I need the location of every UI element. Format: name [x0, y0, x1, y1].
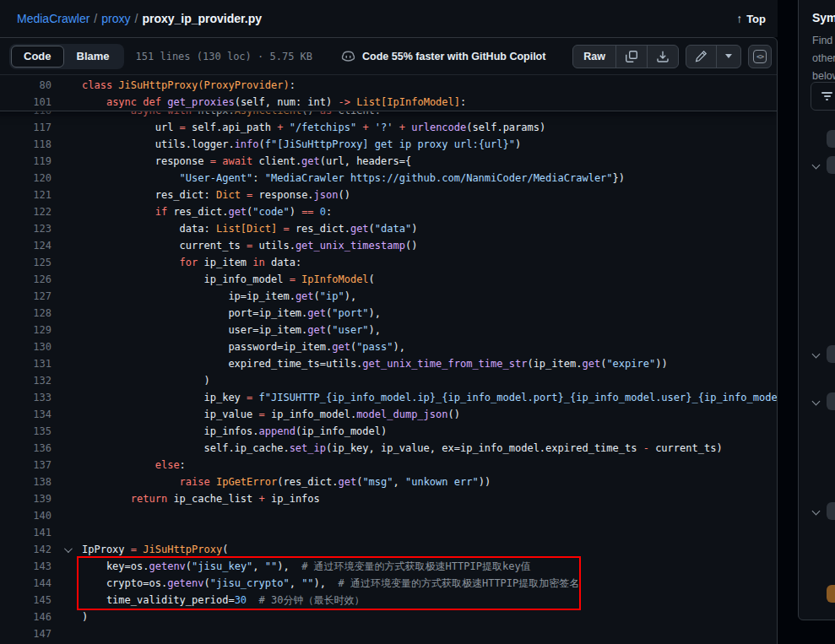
line-number[interactable]: 135: [0, 423, 52, 440]
fold-gutter: [52, 322, 82, 338]
code-line: 138 raise IpGetError(res_dict.get("msg",…: [0, 474, 777, 490]
chevron-down-icon[interactable]: [812, 398, 821, 406]
breadcrumb: MediaCrawler/proxy/proxy_ip_provider.py: [17, 12, 262, 25]
line-number[interactable]: 123: [0, 220, 52, 237]
symbol-pill[interactable]: [827, 130, 835, 148]
code-line: 144 crypto=os.getenv("jisu_crypto", ""),…: [0, 575, 777, 592]
line-number[interactable]: 141: [0, 524, 52, 541]
symbols-panel: Sym Find other below: [798, 0, 835, 620]
line-number[interactable]: 137: [0, 457, 52, 474]
line-number[interactable]: 118: [0, 136, 52, 153]
symbol-item: [799, 502, 835, 521]
raw-button[interactable]: Raw: [573, 46, 615, 68]
chevron-down-icon[interactable]: [812, 350, 821, 359]
code-text: self.ip_cache.set_ip(ip_key, ip_value, e…: [82, 440, 777, 457]
back-to-top-button[interactable]: ↑ Top: [736, 12, 766, 25]
edit-button[interactable]: [686, 46, 716, 68]
code-line: 147: [0, 625, 777, 642]
file-meta: 151 lines (130 loc) · 5.75 KB: [136, 51, 313, 62]
code-text: data: List[Dict] = res_dict.get("data"): [82, 220, 777, 237]
line-number[interactable]: 127: [0, 288, 52, 305]
breadcrumb-folder-link[interactable]: proxy: [101, 12, 130, 25]
fold-gutter: [52, 490, 82, 507]
code-text: IpProxy = JiSuHttpProxy(: [82, 541, 777, 558]
code-text: ip_infos.append(ip_info_model): [82, 423, 777, 440]
line-number[interactable]: 142: [0, 541, 52, 558]
download-icon: [656, 50, 670, 63]
line-number[interactable]: 125: [0, 254, 52, 271]
line-number[interactable]: 122: [0, 203, 52, 220]
line-number[interactable]: 128: [0, 305, 52, 322]
symbol-pill-accent[interactable]: [827, 585, 835, 603]
line-number[interactable]: 136: [0, 440, 52, 457]
line-number[interactable]: 124: [0, 237, 52, 254]
sticky-context-lines: 80class JiSuHttpProxy(ProxyProvider):101…: [0, 75, 777, 111]
tab-code[interactable]: Code: [11, 46, 64, 68]
line-number[interactable]: 140: [0, 507, 52, 524]
code-text: utils.logger.info(f"[JiSuHttpProxy] get …: [82, 136, 777, 153]
code-line: 120 "User-Agent": "MediaCrawler https://…: [0, 170, 777, 187]
code-text: else:: [82, 457, 777, 474]
line-number[interactable]: 121: [0, 187, 52, 203]
line-number[interactable]: 143: [0, 558, 52, 575]
line-number[interactable]: 145: [0, 592, 52, 609]
symbol-item: [799, 345, 835, 364]
line-number[interactable]: 101: [0, 94, 52, 111]
line-number[interactable]: 134: [0, 406, 52, 423]
symbol-item: [799, 392, 835, 411]
line-number[interactable]: 126: [0, 271, 52, 288]
filter-button[interactable]: [811, 82, 835, 111]
line-number[interactable]: 132: [0, 372, 52, 389]
code-line: 136 self.ip_cache.set_ip(ip_key, ip_valu…: [0, 440, 777, 457]
tab-blame[interactable]: Blame: [64, 46, 122, 68]
symbol-item: [799, 156, 835, 175]
symbol-pill[interactable]: [827, 392, 835, 410]
download-button[interactable]: [647, 46, 678, 68]
fold-gutter: [52, 203, 82, 220]
symbol-pill[interactable]: [827, 502, 835, 520]
code-line: 124 current_ts = utils.get_unix_timestam…: [0, 237, 777, 254]
file-toolbar: Code Blame 151 lines (130 loc) · 5.75 KB…: [0, 38, 777, 75]
code-text: ip_info_model = IpInfoModel(: [82, 271, 777, 288]
chevron-down-icon[interactable]: [63, 544, 72, 553]
chevron-down-icon[interactable]: [812, 161, 821, 170]
top-label: Top: [746, 13, 766, 25]
code-line: 117 url = self.api_path + "/fetchips" + …: [0, 119, 777, 136]
code-text: ): [82, 609, 777, 625]
fold-gutter: [52, 119, 82, 136]
symbols-panel-toggle[interactable]: <>: [748, 45, 772, 68]
code-text: ip=ip_item.get("ip"),: [82, 288, 777, 305]
line-number[interactable]: 147: [0, 625, 52, 642]
fold-gutter: [52, 237, 82, 254]
line-number[interactable]: 139: [0, 490, 52, 507]
code-text: expired_time_ts=utils.get_unix_time_from…: [82, 355, 777, 372]
line-number[interactable]: 120: [0, 170, 52, 187]
symbol-pill[interactable]: [827, 345, 835, 363]
code-line: 146): [0, 609, 777, 625]
code-symbols-icon: <>: [753, 50, 767, 63]
edit-dropdown-button[interactable]: [716, 46, 740, 68]
line-number[interactable]: 138: [0, 474, 52, 490]
line-number[interactable]: 129: [0, 322, 52, 338]
pencil-icon: [695, 50, 708, 62]
line-number[interactable]: 133: [0, 389, 52, 406]
line-number[interactable]: 131: [0, 355, 52, 372]
line-number[interactable]: 117: [0, 119, 52, 136]
code-text: key=os.getenv("jisu_key", ""), # 通过环境变量的…: [82, 558, 777, 575]
breadcrumb-repo-link[interactable]: MediaCrawler: [17, 12, 89, 25]
code-text: url = self.api_path + "/fetchips" + '?' …: [82, 119, 777, 136]
fold-gutter: [52, 355, 82, 372]
code-text: user=ip_item.get("user"),: [82, 322, 777, 338]
line-number[interactable]: 80: [0, 77, 52, 94]
code-text: time_validity_period=30 # 30分钟（最长时效）: [82, 592, 777, 609]
line-number[interactable]: 119: [0, 153, 52, 170]
line-number[interactable]: 130: [0, 338, 52, 355]
copy-button[interactable]: [615, 46, 647, 68]
line-number[interactable]: 144: [0, 575, 52, 592]
symbol-pill[interactable]: [827, 156, 835, 174]
toolbar-actions: Raw: [572, 45, 772, 68]
copilot-banner[interactable]: Code 55% faster with GitHub Copilot: [341, 49, 545, 63]
fold-gutter: [52, 440, 82, 457]
line-number[interactable]: 146: [0, 609, 52, 625]
chevron-down-icon[interactable]: [812, 507, 821, 516]
